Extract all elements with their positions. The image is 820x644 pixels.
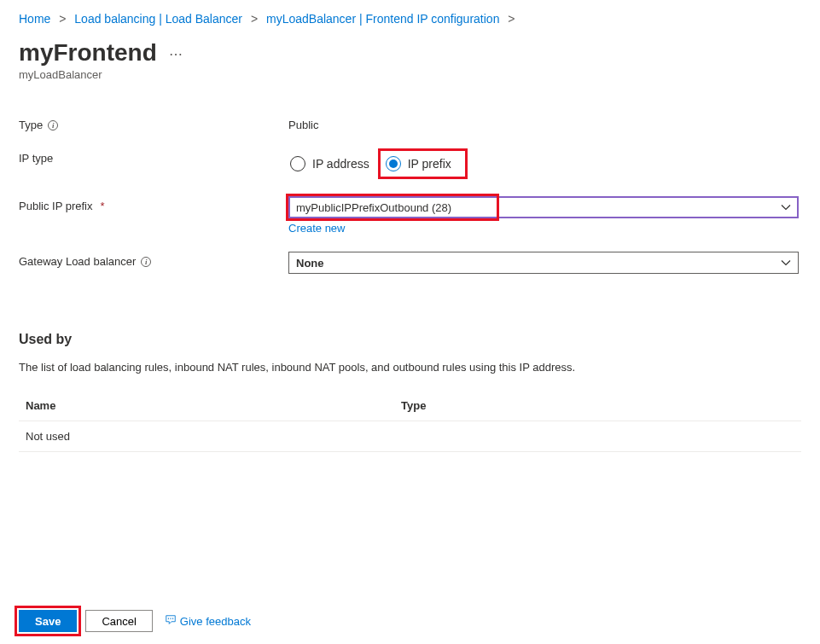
feedback-icon: [165, 614, 177, 629]
label-public-ip-prefix: Public IP prefix*: [19, 196, 288, 212]
breadcrumb-load-balancing[interactable]: Load balancing | Load Balancer: [74, 12, 242, 26]
row-public-ip-prefix: Public IP prefix* myPublicIPPrefixOutbou…: [19, 196, 801, 235]
radio-ip-address-label: IP address: [312, 157, 369, 171]
table-header: Name Type: [19, 391, 801, 421]
radio-ip-prefix[interactable]: IP prefix: [384, 153, 460, 175]
label-type: Type i: [19, 115, 288, 131]
radio-ip-address[interactable]: IP address: [288, 153, 378, 175]
radio-ip-prefix-label: IP prefix: [408, 157, 451, 171]
row-type: Type i Public: [19, 115, 801, 131]
info-icon[interactable]: i: [48, 120, 58, 131]
more-actions-button[interactable]: ⋯: [169, 44, 183, 61]
give-feedback-label: Give feedback: [180, 615, 251, 628]
gateway-lb-select[interactable]: None: [288, 252, 799, 274]
breadcrumb: Home > Load balancing | Load Balancer > …: [0, 0, 820, 26]
table-row: Not used: [19, 421, 801, 452]
breadcrumb-home[interactable]: Home: [19, 12, 50, 26]
info-icon[interactable]: i: [141, 257, 151, 267]
highlight-ip-prefix: IP prefix: [378, 148, 468, 179]
public-ip-prefix-select[interactable]: myPublicIPPrefixOutbound (28): [288, 196, 799, 218]
col-header-type: Type: [401, 399, 794, 412]
gateway-lb-value: None: [296, 257, 324, 270]
page-title: myFrontend: [19, 39, 157, 67]
cell-name: Not used: [26, 430, 401, 443]
chevron-down-icon: [781, 258, 791, 268]
used-by-table: Name Type Not used: [0, 374, 820, 452]
cell-type: [401, 430, 794, 443]
form: Type i Public IP type IP address IP pref…: [0, 81, 820, 274]
value-type: Public: [288, 115, 801, 131]
chevron-right-icon: >: [251, 12, 258, 26]
give-feedback-link[interactable]: Give feedback: [165, 614, 251, 629]
used-by-description: The list of load balancing rules, inboun…: [0, 352, 820, 374]
row-ip-type: IP type IP address IP prefix: [19, 148, 801, 179]
save-button[interactable]: Save: [19, 610, 77, 632]
footer: Save Cancel Give feedback: [19, 610, 251, 632]
public-ip-prefix-value: myPublicIPPrefixOutbound (28): [296, 201, 451, 214]
radio-circle-icon: [386, 156, 401, 171]
required-indicator: *: [100, 200, 104, 212]
row-gateway-lb: Gateway Load balancer i None: [19, 252, 801, 274]
create-new-link[interactable]: Create new: [288, 222, 345, 235]
chevron-down-icon: [781, 202, 791, 212]
label-ip-type: IP type: [19, 148, 288, 165]
cancel-button[interactable]: Cancel: [85, 610, 152, 632]
chevron-right-icon: >: [59, 12, 66, 26]
label-gateway-lb: Gateway Load balancer i: [19, 252, 288, 268]
col-header-name: Name: [26, 399, 401, 412]
page-subtitle: myLoadBalancer: [0, 68, 820, 81]
ip-type-radio-group: IP address IP prefix: [288, 148, 799, 179]
used-by-heading: Used by: [0, 291, 820, 352]
radio-circle-icon: [290, 156, 305, 171]
breadcrumb-frontend-ip[interactable]: myLoadBalancer | Frontend IP configurati…: [266, 12, 499, 26]
chevron-right-icon: >: [508, 12, 515, 26]
title-row: myFrontend ⋯: [0, 26, 820, 68]
